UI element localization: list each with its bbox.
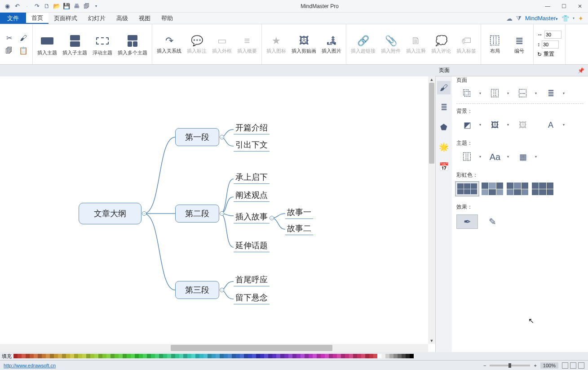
color-swatch[interactable]: [66, 354, 70, 358]
scrollbar-thumb[interactable]: [171, 345, 332, 351]
color-swatch[interactable]: [179, 354, 183, 358]
panel-tab-history-icon[interactable]: 📅: [437, 160, 451, 174]
canvas[interactable]: 文章大纲 − 第一段 − 开篇介绍 引出下文 第二段 − 承上启下 阐述观点 插…: [0, 76, 435, 352]
zoom-slider[interactable]: [490, 365, 530, 366]
mindmap-leaf[interactable]: 阐述观点: [234, 189, 270, 202]
color-swatch[interactable]: [171, 354, 175, 358]
print-icon[interactable]: 🖶: [73, 3, 80, 10]
copy-icon[interactable]: 🗐: [3, 45, 15, 57]
color-swatch[interactable]: [276, 354, 280, 358]
color-swatch[interactable]: [208, 354, 212, 358]
mindmap-leaf[interactable]: 延伸话题: [234, 239, 270, 252]
menu-tab-page-style[interactable]: 页面样式: [49, 13, 83, 24]
color-swatch[interactable]: [151, 354, 155, 358]
insert-picture-button[interactable]: 🏞插入图片: [320, 27, 343, 62]
color-swatch[interactable]: [292, 354, 296, 358]
color-swatch[interactable]: [106, 354, 111, 358]
mindmap-leaf[interactable]: 故事一: [285, 206, 313, 219]
color-swatch[interactable]: [30, 354, 34, 358]
color-swatch[interactable]: [74, 354, 78, 358]
color-swatch[interactable]: [393, 354, 398, 358]
layout-button[interactable]: ⿲布局: [484, 27, 506, 62]
expand-toggle-icon[interactable]: −: [142, 211, 146, 216]
scroll-down-icon[interactable]: ▼: [428, 338, 435, 344]
expand-toggle-icon[interactable]: −: [220, 211, 224, 216]
color-swatch[interactable]: [191, 354, 195, 358]
color-swatch[interactable]: [357, 354, 361, 358]
color-swatch[interactable]: [163, 354, 167, 358]
mindmap-leaf[interactable]: 插入故事: [234, 210, 270, 223]
color-swatch[interactable]: [94, 354, 98, 358]
color-swatch[interactable]: [321, 354, 325, 358]
effect-option-pen-icon[interactable]: ✒: [456, 214, 478, 229]
color-swatch[interactable]: [361, 354, 365, 358]
color-swatch[interactable]: [272, 354, 276, 358]
color-swatch[interactable]: [34, 354, 38, 358]
color-swatch[interactable]: [329, 354, 333, 358]
rainbow-option-1[interactable]: [456, 183, 478, 195]
color-swatch[interactable]: [46, 354, 50, 358]
effect-option-sketch-icon[interactable]: ✎: [482, 214, 503, 229]
paste-icon[interactable]: 📋: [17, 45, 30, 57]
expand-toggle-icon[interactable]: −: [220, 288, 224, 292]
status-url[interactable]: http://www.edrawsoft.cn: [4, 363, 56, 368]
scrollbar-thumb[interactable]: [429, 83, 434, 164]
numbering-button[interactable]: ≣编号: [508, 27, 531, 62]
color-swatch[interactable]: [353, 354, 357, 358]
rainbow-option-2[interactable]: [482, 183, 503, 195]
expand-toggle-icon[interactable]: −: [270, 216, 274, 220]
cloud-icon[interactable]: ☁: [506, 15, 513, 22]
open-icon[interactable]: 📂: [53, 3, 60, 10]
color-swatch[interactable]: [26, 354, 30, 358]
insert-multiple-button[interactable]: 插入多个主题: [116, 27, 149, 62]
theme-icon[interactable]: 👕: [561, 15, 569, 22]
color-swatch[interactable]: [385, 354, 389, 358]
color-swatch[interactable]: [345, 354, 349, 358]
color-swatch[interactable]: [406, 354, 410, 358]
color-swatch[interactable]: [365, 354, 369, 358]
theme-option-color-icon[interactable]: ▦▾: [512, 151, 534, 163]
width-input[interactable]: [544, 31, 561, 39]
color-swatch[interactable]: [264, 354, 268, 358]
color-swatch[interactable]: [212, 354, 216, 358]
theme-dropdown-icon[interactable]: ▾: [573, 16, 575, 20]
color-swatch[interactable]: [260, 354, 264, 358]
color-swatch[interactable]: [220, 354, 224, 358]
color-swatch[interactable]: [115, 354, 119, 358]
insert-topic-button[interactable]: 插入主题: [35, 27, 59, 62]
insert-clipart-button[interactable]: 🖼插入剪贴画: [290, 27, 318, 62]
brand-label[interactable]: MindMaster▾: [525, 15, 558, 22]
puzzle-icon[interactable]: ✦: [578, 15, 584, 22]
color-swatch[interactable]: [232, 354, 236, 358]
color-swatch[interactable]: [228, 354, 232, 358]
color-swatch[interactable]: [119, 354, 123, 358]
color-swatch[interactable]: [13, 354, 18, 358]
height-input[interactable]: [542, 40, 559, 49]
color-swatch[interactable]: [143, 354, 147, 358]
undo-icon[interactable]: ↶: [13, 3, 21, 10]
menu-tab-slideshow[interactable]: 幻灯片: [83, 13, 111, 24]
color-swatch[interactable]: [240, 354, 244, 358]
color-swatch[interactable]: [256, 354, 260, 358]
color-swatch[interactable]: [70, 354, 74, 358]
minimize-button[interactable]: —: [539, 0, 556, 13]
color-swatch[interactable]: [280, 354, 284, 358]
bg-option-remove-icon[interactable]: 🖼: [512, 119, 534, 131]
theme-option-style-icon[interactable]: ⿲▾: [456, 151, 478, 163]
color-swatch[interactable]: [147, 354, 151, 358]
color-swatch[interactable]: [127, 354, 131, 358]
color-swatch[interactable]: [288, 354, 292, 358]
color-swatch[interactable]: [373, 354, 377, 358]
mindmap-branch-1[interactable]: 第一段: [175, 128, 219, 146]
menu-tab-advanced[interactable]: 高级: [111, 13, 133, 24]
color-swatch[interactable]: [224, 354, 228, 358]
mindmap-leaf[interactable]: 故事二: [285, 222, 313, 235]
color-swatch[interactable]: [123, 354, 127, 358]
color-swatch[interactable]: [54, 354, 58, 358]
mindmap-leaf[interactable]: 开篇介绍: [234, 121, 270, 134]
color-swatch[interactable]: [86, 354, 90, 358]
color-swatch[interactable]: [296, 354, 301, 358]
color-swatch[interactable]: [369, 354, 373, 358]
maximize-button[interactable]: ☐: [556, 0, 572, 13]
view-mode-2-icon[interactable]: [570, 362, 576, 369]
